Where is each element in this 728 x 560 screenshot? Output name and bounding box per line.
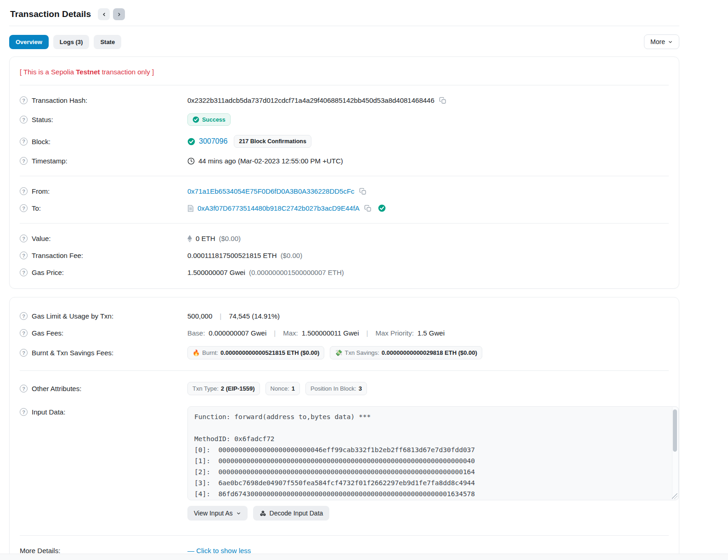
gas-fees-label: Gas Fees: — [32, 329, 63, 337]
copy-icon — [359, 188, 367, 195]
txn-savings-badge: 💸 Txn Savings: 0.00000000000029818 ETH (… — [330, 346, 482, 359]
transaction-fee-amount: 0.000111817500521815 ETH — [187, 252, 277, 259]
max-priority-fee-value: 1.5 Gwei — [418, 329, 445, 337]
help-icon[interactable]: ? — [20, 269, 28, 276]
chevron-down-icon — [668, 39, 673, 45]
burnt-fee-badge: 🔥 Burnt: 0.000000000000521815 ETH ($0.00… — [187, 346, 324, 359]
base-fee-value: 0.000000007 Gwei — [209, 329, 266, 337]
to-row: ? To: 0xA3f07D6773514480b918C2742b027b3a… — [20, 200, 669, 217]
copy-from-address-button[interactable] — [358, 188, 367, 195]
input-data-line: [1]: 00000000000000000000000000000000000… — [194, 455, 667, 466]
status-badge: Success — [187, 113, 231, 126]
previous-transaction-button[interactable] — [98, 8, 110, 20]
input-data-line: [0]: 00000000000000000000000046eff99cab3… — [194, 444, 667, 455]
block-number-link[interactable]: 3007096 — [199, 137, 227, 146]
from-address-link[interactable]: 0x71a1Eb6534054E75F0D6fD0A3B0A336228DD5c… — [187, 187, 355, 195]
from-label: From: — [32, 187, 50, 195]
copy-transaction-hash-button[interactable] — [438, 97, 447, 104]
burnt-fees-label: Burnt & Txn Savings Fees: — [32, 349, 113, 357]
tabs-row: Overview Logs (3) State More — [9, 26, 679, 56]
timestamp-value: 44 mins ago (Mar-02-2023 12:55:00 PM +UT… — [198, 157, 343, 165]
value-row: ? Value: 0 ETH ($0.00) — [20, 230, 669, 247]
input-data-line: Function: forward(address to,bytes data)… — [194, 411, 667, 422]
decode-input-data-button[interactable]: Decode Input Data — [253, 506, 330, 521]
ethereum-icon — [187, 235, 192, 242]
finalized-check-icon — [187, 138, 195, 146]
fire-icon: 🔥 — [192, 349, 200, 356]
money-wings-icon: 💸 — [335, 349, 342, 356]
status-badge-label: Success — [202, 117, 226, 123]
help-icon[interactable]: ? — [20, 252, 28, 259]
help-icon[interactable]: ? — [20, 96, 28, 104]
transaction-hash-value: 0x2322b311adcb5da737d012cdcf71a4a29f4068… — [187, 96, 435, 104]
help-icon[interactable]: ? — [20, 235, 28, 242]
separator: | — [270, 329, 279, 337]
copy-to-address-button[interactable] — [363, 205, 372, 212]
gas-limit-row: ? Gas Limit & Usage by Txn: 500,000 | 74… — [20, 308, 669, 325]
transaction-details-page: Transaction Details Overview Logs (3) St… — [0, 0, 679, 560]
gas-limit-label: Gas Limit & Usage by Txn: — [32, 312, 113, 320]
copy-icon — [439, 97, 446, 104]
value-label: Value: — [32, 235, 51, 242]
textarea-resize-handle[interactable] — [672, 493, 677, 499]
separator: | — [216, 312, 225, 320]
other-attributes-row: ? Other Attributes: Txn Type: 2 (EIP-155… — [20, 377, 669, 400]
help-icon[interactable]: ? — [20, 349, 28, 357]
help-icon[interactable]: ? — [20, 204, 28, 212]
divider — [20, 85, 669, 85]
to-address-link[interactable]: 0xA3f07D6773514480b918C2742b027b3acD9E44… — [198, 204, 360, 212]
contract-document-icon — [187, 205, 194, 212]
value-amount: 0 ETH — [196, 235, 215, 242]
page-header: Transaction Details — [9, 6, 679, 26]
more-button-label: More — [650, 38, 665, 45]
view-input-as-button[interactable]: View Input As — [187, 506, 248, 521]
timestamp-label: Timestamp: — [32, 157, 68, 165]
chevron-right-icon — [117, 12, 122, 17]
chevron-down-icon — [236, 511, 241, 516]
gas-price-label: Gas Price: — [32, 269, 64, 276]
more-dropdown-button[interactable]: More — [644, 34, 679, 49]
tab-logs[interactable]: Logs (3) — [53, 35, 90, 49]
page-title: Transaction Details — [10, 9, 91, 19]
tab-state[interactable]: State — [94, 35, 121, 49]
input-data-line — [194, 422, 667, 433]
transaction-hash-label: Transaction Hash: — [32, 96, 87, 104]
block-label: Block: — [32, 138, 51, 146]
help-icon[interactable]: ? — [20, 385, 28, 392]
tab-overview[interactable]: Overview — [9, 35, 49, 49]
input-data-line: MethodID: 0x6fadcf72 — [194, 433, 667, 444]
transaction-fee-row: ? Transaction Fee: 0.000111817500521815 … — [20, 247, 669, 264]
gas-used-value: 74,545 (14.91%) — [229, 312, 280, 320]
separator: | — [363, 329, 372, 337]
help-icon[interactable]: ? — [20, 329, 28, 337]
footer-strip — [0, 554, 728, 560]
testnet-notice: [ This is a Sepolia Testnet transaction … — [20, 67, 669, 78]
help-icon[interactable]: ? — [20, 138, 28, 146]
value-usd: ($0.00) — [219, 235, 241, 242]
input-data-line: [4]: 86fd6743000000000000000000000000000… — [194, 488, 667, 499]
max-fee-value: 1.500000011 Gwei — [302, 329, 359, 337]
input-data-textarea[interactable]: Function: forward(address to,bytes data)… — [187, 406, 679, 500]
divider — [20, 176, 669, 176]
gas-fees-row: ? Gas Fees: Base: 0.000000007 Gwei | Max… — [20, 325, 669, 342]
help-icon[interactable]: ? — [20, 187, 28, 195]
input-data-row: ? Input Data: Function: forward(address … — [20, 400, 669, 525]
max-fee-label: Max: — [283, 329, 298, 337]
help-icon[interactable]: ? — [20, 312, 28, 320]
input-data-line: [5]: 04300000000000000000000000000000000… — [194, 499, 667, 500]
help-icon[interactable]: ? — [20, 116, 28, 123]
base-fee-label: Base: — [187, 329, 205, 337]
gas-price-eth: (0.000000001500000007 ETH) — [249, 269, 344, 276]
from-row: ? From: 0x71a1Eb6534054E75F0D6fD0A3B0A33… — [20, 183, 669, 200]
status-label: Status: — [32, 116, 53, 123]
input-data-scrollbar-track[interactable] — [672, 407, 678, 499]
input-data-scrollbar-thumb[interactable] — [673, 409, 677, 452]
help-icon[interactable]: ? — [20, 408, 28, 416]
input-data-line: [2]: 00000000000000000000000000000000000… — [194, 466, 667, 477]
decode-blocks-icon — [260, 510, 266, 517]
next-transaction-button[interactable] — [113, 8, 125, 20]
details-card: ? Gas Limit & Usage by Txn: 500,000 | 74… — [9, 297, 679, 560]
input-data-actions: View Input As Decode Input Data — [187, 506, 679, 521]
help-icon[interactable]: ? — [20, 157, 28, 165]
gas-price-row: ? Gas Price: 1.500000007 Gwei (0.0000000… — [20, 264, 669, 281]
